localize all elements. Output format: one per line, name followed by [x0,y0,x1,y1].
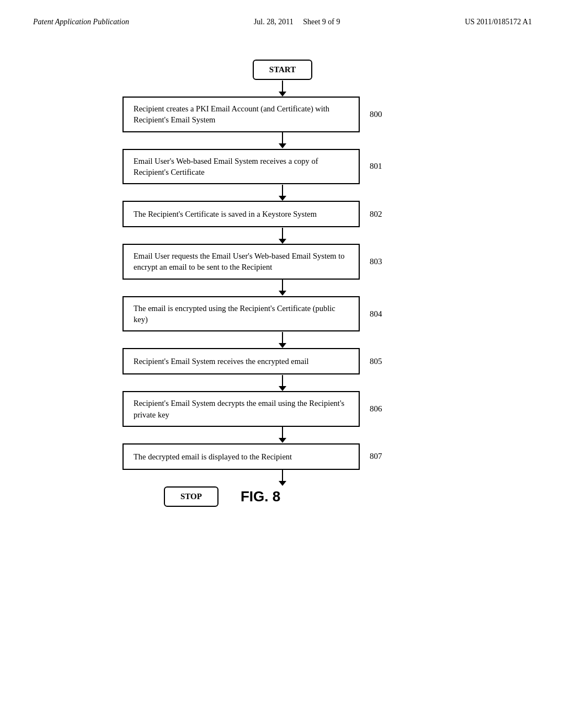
flow-box-806: Recipient's Email System decrypts the em… [122,391,360,427]
header-date: Jul. 28, 2011 [254,18,294,26]
flow-box-805: Recipient's Email System receives the en… [122,348,360,374]
flow-row-805: Recipient's Email System receives the en… [122,348,443,374]
flow-text-803: Email User requests the Email User's Web… [134,250,349,273]
header-center: Jul. 28, 2011 Sheet 9 of 9 [254,18,340,26]
patent-header: Patent Application Publication Jul. 28, … [0,0,565,38]
flow-label-802: 802 [370,210,397,219]
flow-row-800: Recipient creates a PKI Email Account (a… [122,97,443,132]
flow-text-805: Recipient's Email System receives the en… [134,356,308,367]
fig-label: FIG. 8 [241,488,280,505]
flow-text-804: The email is encrypted using the Recipie… [134,303,349,325]
flow-label-800: 800 [370,110,397,119]
stop-box: STOP [164,486,218,507]
arrow-5 [279,331,286,348]
header-right: US 2011/0185172 A1 [465,18,532,26]
flow-label-806: 806 [370,404,397,414]
flow-text-800: Recipient creates a PKI Email Account (a… [134,103,349,126]
flow-text-806: Recipient's Email System decrypts the em… [134,398,349,420]
flow-row-801: Email User's Web-based Email System rece… [122,149,443,185]
flow-row-807: The decrypted email is displayed to the … [122,443,443,470]
flow-text-807: The decrypted email is displayed to the … [134,451,292,462]
arrow-3 [279,227,286,244]
flow-label-804: 804 [370,309,397,319]
flow-text-801: Email User's Web-based Email System rece… [134,156,349,178]
flowchart: START Recipient creates a PKI Email Acco… [33,60,532,507]
arrow-4 [279,280,286,296]
flow-box-801: Email User's Web-based Email System rece… [122,149,360,185]
flow-text-802: The Recipient's Certificate is saved in … [134,208,317,220]
arrow-7 [279,427,286,443]
start-box: START [253,60,312,80]
stop-fig-container: STOP FIG. 8 [122,486,443,507]
flow-label-807: 807 [370,452,397,461]
flow-box-802: The Recipient's Certificate is saved in … [122,201,360,227]
flow-row-802: The Recipient's Certificate is saved in … [122,201,443,227]
flow-row-804: The email is encrypted using the Recipie… [122,296,443,332]
flow-label-801: 801 [370,162,397,171]
header-sheet: Sheet 9 of 9 [303,18,340,26]
flow-label-805: 805 [370,357,397,366]
arrow-8 [279,470,286,486]
flow-box-804: The email is encrypted using the Recipie… [122,296,360,332]
flow-box-800: Recipient creates a PKI Email Account (a… [122,97,360,132]
flow-box-803: Email User requests the Email User's Web… [122,244,360,280]
flow-box-807: The decrypted email is displayed to the … [122,443,360,470]
arrow-0 [279,80,286,97]
flow-row-806: Recipient's Email System decrypts the em… [122,391,443,427]
start-container: START [122,60,443,80]
flow-row-803: Email User requests the Email User's Web… [122,244,443,280]
flow-label-803: 803 [370,257,397,266]
arrow-6 [279,374,286,391]
diagram-area: START Recipient creates a PKI Email Acco… [0,38,565,529]
arrow-2 [279,184,286,201]
header-left: Patent Application Publication [33,18,129,26]
arrow-1 [279,132,286,149]
